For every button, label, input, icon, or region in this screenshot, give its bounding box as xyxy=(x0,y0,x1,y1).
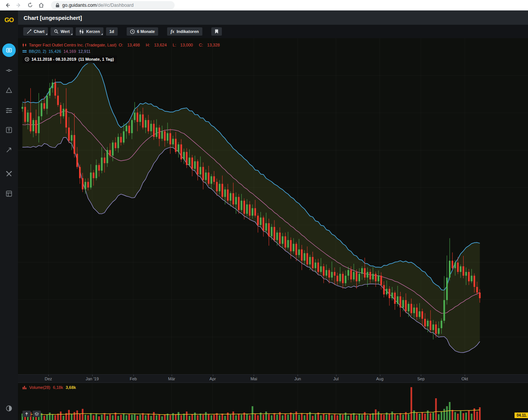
guidants-logo[interactable]: GO xyxy=(0,13,18,27)
pane-layers-button[interactable] xyxy=(33,411,41,417)
bollinger-legend[interactable]: BB(20, 2) 15,426 14,169 12,911 xyxy=(22,48,226,54)
time-axis[interactable]: DezJan '19FebMärAprMaiJunJulAugSepOkt xyxy=(18,374,528,383)
draw-arrow-icon[interactable] xyxy=(4,145,14,155)
collapse-pane-button[interactable] xyxy=(22,411,31,417)
indicators-button[interactable]: fx Indikatoren xyxy=(167,27,202,36)
price-chart-pane[interactable]: Tanger Fact Outlet Centrs Inc. (Tradegat… xyxy=(18,38,528,374)
app-sidebar: GO xyxy=(0,10,18,420)
period-button[interactable]: 6 Monate xyxy=(127,27,159,36)
x-axis-label: Jun xyxy=(289,377,306,381)
bookmark-icon xyxy=(215,29,218,34)
pane-controls xyxy=(22,411,41,417)
x-axis-tick xyxy=(48,375,49,376)
candles-icon xyxy=(79,29,84,34)
text-tool-icon[interactable] xyxy=(4,125,14,135)
date-range-row[interactable]: 14.11.2018 - 08.10.2019 (11 Monate, 1 Ta… xyxy=(22,55,226,63)
arrow-up-icon xyxy=(25,412,28,416)
x-axis-label: Dez xyxy=(40,377,57,381)
sidebar-item-chart[interactable] xyxy=(2,43,16,57)
x-axis-tick xyxy=(92,375,93,376)
x-axis-label: Feb xyxy=(125,377,142,381)
x-axis-tick xyxy=(421,375,421,376)
range-clock-icon xyxy=(25,57,29,61)
forward-icon[interactable] xyxy=(15,1,22,9)
x-axis-label: Jan '19 xyxy=(84,377,100,381)
reload-icon[interactable] xyxy=(26,1,34,9)
x-axis-label: Mai xyxy=(245,377,262,381)
chart-line-icon xyxy=(27,29,31,34)
x-axis-label: Mär xyxy=(163,377,180,381)
date-range: 14.11.2018 - 08.10.2019 xyxy=(31,56,76,62)
back-icon[interactable] xyxy=(4,1,11,9)
chart-toolbar: Chart Wert Kerzen 1d xyxy=(18,25,528,38)
chart-type-button[interactable]: Chart xyxy=(23,27,48,36)
browser-toolbar: go.guidants.com/de/#c/Dashboard xyxy=(0,0,528,10)
x-axis-tick xyxy=(336,375,337,376)
fx-icon: fx xyxy=(171,29,174,34)
x-axis-tick xyxy=(254,375,254,376)
divider-tool-icon[interactable] xyxy=(4,65,14,76)
widget-header: Chart [ungespeichert] xyxy=(18,10,528,25)
indicator-sliders-icon[interactable] xyxy=(4,105,14,115)
page-title: Chart [ungespeichert] xyxy=(24,15,82,21)
axis-value-tag: 04.11. xyxy=(515,413,528,418)
search-icon xyxy=(54,29,58,34)
clock-icon xyxy=(130,29,135,34)
instrument-legend[interactable]: Tanger Fact Outlet Centrs Inc. (Tradegat… xyxy=(22,42,226,48)
volume-pane[interactable]: Volume(28) 6,18k 3,68k 04.11. xyxy=(18,383,528,420)
ohlc-values: O: 13,498H: 13,624L: 13,000C: 13,328 xyxy=(119,42,226,48)
home-icon[interactable] xyxy=(37,1,45,9)
x-axis-label: Jul xyxy=(328,377,344,381)
instrument-search-button[interactable]: Wert xyxy=(51,27,73,36)
url-text: go.guidants.com/de/#c/Dashboard xyxy=(62,3,133,8)
x-axis-label: Okt xyxy=(456,377,473,381)
x-axis-label: Apr xyxy=(205,377,221,381)
volume-legend[interactable]: Volume(28) 6,18k 3,68k xyxy=(22,385,76,390)
bookmark-button[interactable] xyxy=(211,27,222,36)
layers-icon xyxy=(34,412,39,416)
x-axis-tick xyxy=(380,375,380,376)
bb-line-icon xyxy=(22,50,27,53)
candle-style-button[interactable]: Kerzen xyxy=(76,27,103,36)
x-axis-tick xyxy=(465,375,465,376)
x-axis-tick xyxy=(133,375,134,376)
main-panel: Chart [ungespeichert] Chart Wert Kerzen xyxy=(18,10,528,420)
tools-icon[interactable] xyxy=(4,169,14,179)
lock-icon xyxy=(55,3,60,7)
instrument-name: Tanger Fact Outlet Centrs Inc. (Tradegat… xyxy=(29,42,117,48)
interval-button[interactable]: 1d xyxy=(106,27,118,36)
x-axis-tick xyxy=(298,375,298,376)
layout-panel-icon[interactable] xyxy=(4,188,14,199)
price-chart-canvas[interactable] xyxy=(18,38,528,374)
instrument-icon xyxy=(22,43,27,47)
date-range-info: (11 Monate, 1 Tag) xyxy=(78,56,114,62)
x-axis-label: Sep xyxy=(413,377,429,381)
x-axis-label: Aug xyxy=(372,377,388,381)
x-axis-tick xyxy=(172,375,172,376)
volume-bars-icon xyxy=(22,386,27,389)
x-axis-tick xyxy=(213,375,213,376)
triangle-tool-icon[interactable] xyxy=(4,85,14,96)
address-bar[interactable]: go.guidants.com/de/#c/Dashboard xyxy=(51,1,175,9)
volume-canvas[interactable] xyxy=(18,383,528,420)
contrast-toggle-icon[interactable] xyxy=(4,403,14,414)
chart-legend: Tanger Fact Outlet Centrs Inc. (Tradegat… xyxy=(22,42,226,64)
